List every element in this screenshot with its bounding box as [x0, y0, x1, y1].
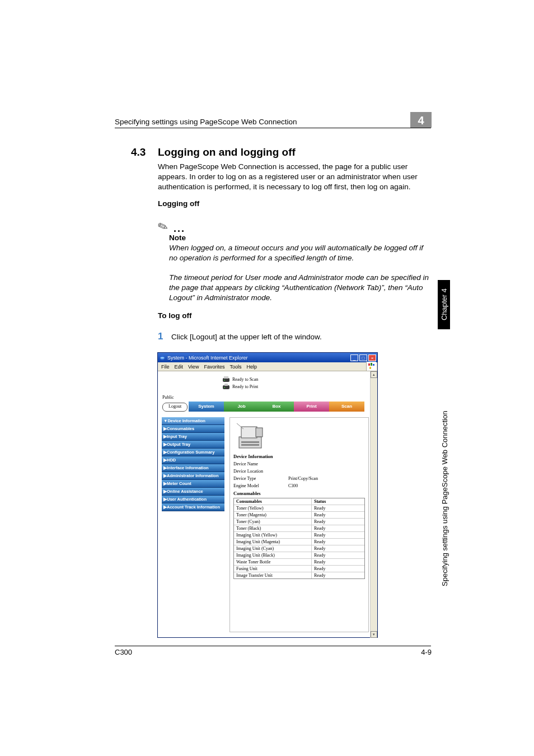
menu-edit[interactable]: Edit: [175, 364, 184, 370]
nav-online-assistance[interactable]: ▶Online Assistance: [162, 488, 224, 496]
note-label: Note: [169, 234, 186, 242]
table-row: Fusing UnitReady: [234, 565, 364, 572]
browser-menubar: File Edit View Favorites Tools Help: [158, 362, 377, 371]
close-button[interactable]: ×: [368, 354, 376, 361]
svg-point-10: [224, 387, 225, 388]
device-status-block: Ready to Scan Ready to Print: [222, 376, 258, 390]
window-title: System - Microsoft Internet Explorer: [167, 355, 350, 361]
chapter-badge: 4: [410, 112, 432, 128]
tab-print[interactable]: Print: [294, 402, 329, 412]
svg-rect-12: [241, 427, 257, 438]
note-dots: ...: [174, 223, 185, 235]
info-key: Device Name: [233, 461, 288, 466]
svg-point-7: [224, 380, 225, 381]
footer-page-number: 4-9: [421, 648, 432, 656]
main-tabs: System Job Box Print Scan: [189, 402, 364, 412]
info-key: Device Type: [233, 476, 288, 481]
chapter-thumb-label: Chapter 4: [440, 288, 448, 320]
svg-rect-9: [224, 384, 228, 386]
window-buttons: _ □ ×: [350, 354, 376, 361]
window-titlebar: System - Microsoft Internet Explorer _ □…: [158, 353, 377, 362]
table-row: Waste Toner BottleReady: [234, 558, 364, 565]
ie-throbber-icon: [366, 362, 376, 371]
nav-input-tray[interactable]: ▶Input Tray: [162, 433, 224, 441]
consumables-heading: Consumables: [230, 489, 368, 497]
menu-help[interactable]: Help: [246, 364, 257, 370]
table-row: Imaging Unit (Cyan)Ready: [234, 545, 364, 552]
table-row: Image Transfer UnitReady: [234, 572, 364, 578]
nav-meter-count[interactable]: ▶Meter Count: [162, 480, 224, 488]
table-row: Toner (Black)Ready: [234, 525, 364, 531]
svg-rect-13: [256, 428, 263, 437]
menu-favorites[interactable]: Favorites: [204, 364, 224, 370]
tab-system[interactable]: System: [189, 402, 224, 412]
svg-rect-14: [241, 441, 259, 443]
th-status: Status: [312, 498, 364, 505]
menu-tools[interactable]: Tools: [229, 364, 241, 370]
nav-consumables[interactable]: ▶Consumables: [162, 425, 224, 433]
logout-button[interactable]: Logout: [162, 403, 188, 412]
nav-account-track-information[interactable]: ▶Account Track Information: [162, 503, 224, 511]
scanner-icon: [222, 376, 230, 383]
table-header-row: Consumables Status: [234, 498, 364, 505]
nav-administrator-information[interactable]: ▶Administrator Information: [162, 472, 224, 480]
tab-job[interactable]: Job: [224, 402, 259, 412]
ie-icon: [159, 354, 166, 361]
note-icon: ✎: [156, 218, 170, 236]
nav-configuration-summary[interactable]: ▶Configuration Summary: [162, 449, 224, 456]
nav-user-authentication[interactable]: ▶User Authentication: [162, 496, 224, 503]
section-number: 4.3: [131, 146, 146, 158]
menu-file[interactable]: File: [161, 364, 170, 370]
printer-icon: [222, 383, 230, 390]
step-text: Click [Logout] at the upper left of the …: [171, 332, 322, 342]
note-text-2: The timeout period for User mode and Adm…: [169, 273, 431, 304]
chapter-thumb-tab: Chapter 4: [438, 280, 450, 329]
intro-paragraph: When PageScope Web Connection is accesse…: [158, 162, 432, 193]
info-value: C300: [288, 483, 298, 488]
info-row-device-location: Device Location: [230, 468, 368, 475]
subhead-logging-off: Logging off: [158, 199, 199, 208]
scroll-up-button[interactable]: ▴: [371, 371, 377, 378]
main-content-panel: Device Information Device Name Device Lo…: [229, 417, 369, 632]
table-row: Imaging Unit (Black)Ready: [234, 552, 364, 558]
status-scan-label: Ready to Scan: [232, 377, 258, 382]
info-row-device-type: Device Type Print/Copy/Scan: [230, 475, 368, 482]
footer-model: C300: [115, 648, 132, 656]
minimize-button[interactable]: _: [350, 354, 358, 361]
vertical-scrollbar[interactable]: ▴ ▾: [370, 371, 377, 638]
svg-rect-4: [369, 367, 371, 369]
browser-window: System - Microsoft Internet Explorer _ □…: [157, 352, 378, 638]
svg-line-16: [237, 423, 243, 429]
subhead-to-log-off: To log off: [158, 311, 191, 320]
nav-interface-information[interactable]: ▶Interface Information: [162, 464, 224, 472]
sidebar-nav: ▼Device Information ▶Consumables ▶Input …: [162, 417, 224, 511]
maximize-button[interactable]: □: [359, 354, 367, 361]
browser-content: ▴ ▾ Ready to Scan Ready to Print Publ: [158, 371, 377, 638]
header-rule: [115, 128, 431, 128]
svg-rect-2: [371, 363, 372, 366]
svg-rect-8: [223, 385, 229, 389]
step-number: 1: [158, 331, 163, 342]
svg-rect-1: [368, 363, 370, 366]
tab-scan[interactable]: Scan: [329, 402, 364, 412]
info-value: Print/Copy/Scan: [288, 476, 318, 481]
footer-rule: [115, 646, 431, 646]
info-row-device-name: Device Name: [230, 460, 368, 468]
nav-output-tray[interactable]: ▶Output Tray: [162, 441, 224, 449]
tab-box[interactable]: Box: [259, 402, 294, 412]
svg-rect-5: [223, 378, 229, 382]
info-row-engine-model: Engine Model C300: [230, 482, 368, 489]
device-info-heading: Device Information: [230, 452, 368, 460]
nav-device-information[interactable]: ▼Device Information: [162, 417, 224, 425]
note-text-1: When logged on, a timeout occurs and you…: [169, 243, 431, 263]
info-key: Engine Model: [233, 483, 288, 488]
info-key: Device Location: [233, 469, 288, 474]
scroll-down-button[interactable]: ▾: [371, 631, 377, 638]
table-row: Toner (Magenta)Ready: [234, 511, 364, 518]
nav-hdd[interactable]: ▶HDD: [162, 456, 224, 464]
menu-view[interactable]: View: [188, 364, 199, 370]
svg-rect-15: [241, 444, 259, 446]
table-row: Imaging Unit (Yellow)Ready: [234, 531, 364, 538]
svg-rect-3: [373, 364, 374, 366]
status-print-label: Ready to Print: [232, 384, 258, 389]
